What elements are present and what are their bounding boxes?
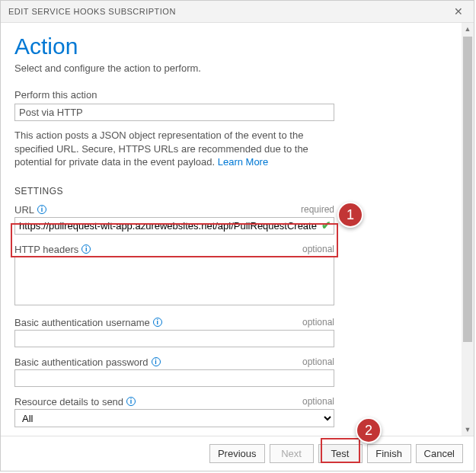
scroll-thumb[interactable] [463,37,472,342]
cancel-button[interactable]: Cancel [416,444,463,463]
url-hint: required [301,204,334,215]
url-field-group: URL i required ✔ [14,204,448,235]
basic-pass-input[interactable] [14,369,334,387]
basic-user-field-group: Basic authentication username i optional [14,317,448,347]
dialog: EDIT SERVICE HOOKS SUBSCRIPTION ✕ Action… [0,0,474,471]
body: Action Select and configure the action t… [1,23,474,436]
checkmark-icon: ✔ [321,219,331,232]
settings-heading: SETTINGS [14,186,448,197]
content-area: Action Select and configure the action t… [1,23,462,436]
basic-pass-field-group: Basic authentication password i optional [14,356,448,387]
page-title: Action [14,34,448,59]
headers-hint: optional [302,244,334,254]
info-icon[interactable]: i [152,357,161,366]
url-input[interactable] [14,217,334,235]
footer: Previous Next Test Finish Cancel [1,436,474,471]
page-subtitle: Select and configure the action to perfo… [14,62,448,74]
titlebar: EDIT SERVICE HOOKS SUBSCRIPTION ✕ [1,1,474,23]
resource-details-label: Resource details to send [14,396,123,407]
vertical-scrollbar[interactable]: ▲ ▼ [462,23,474,436]
resource-details-hint: optional [302,396,334,407]
test-button[interactable]: Test [318,444,363,463]
info-icon[interactable]: i [81,244,91,254]
perform-action-field[interactable] [14,104,334,121]
basic-user-hint: optional [302,317,334,328]
perform-action-label: Perform this action [14,89,448,101]
url-label: URL [14,204,34,216]
info-icon[interactable]: i [37,205,46,214]
scroll-down-icon[interactable]: ▼ [462,423,474,436]
scroll-up-icon[interactable]: ▲ [462,23,474,35]
basic-user-label: Basic authentication username [14,317,150,328]
dialog-title: EDIT SERVICE HOOKS SUBSCRIPTION [8,7,176,16]
resource-details-field-group: Resource details to send i optional All [14,396,448,427]
previous-button[interactable]: Previous [209,444,265,463]
action-description: This action posts a JSON object represen… [14,129,334,169]
basic-pass-hint: optional [302,356,334,367]
basic-pass-label: Basic authentication password [14,356,149,368]
finish-button[interactable]: Finish [367,444,411,463]
headers-label: HTTP headers [14,244,78,255]
learn-more-link[interactable]: Learn More [218,156,268,168]
headers-field-group: HTTP headers i optional [14,244,448,308]
basic-user-input[interactable] [14,330,334,347]
headers-input[interactable] [14,257,334,305]
next-button: Next [270,444,314,463]
info-icon[interactable]: i [153,318,162,327]
info-icon[interactable]: i [126,397,136,406]
resource-details-select[interactable]: All [14,409,334,427]
close-icon[interactable]: ✕ [451,5,467,18]
